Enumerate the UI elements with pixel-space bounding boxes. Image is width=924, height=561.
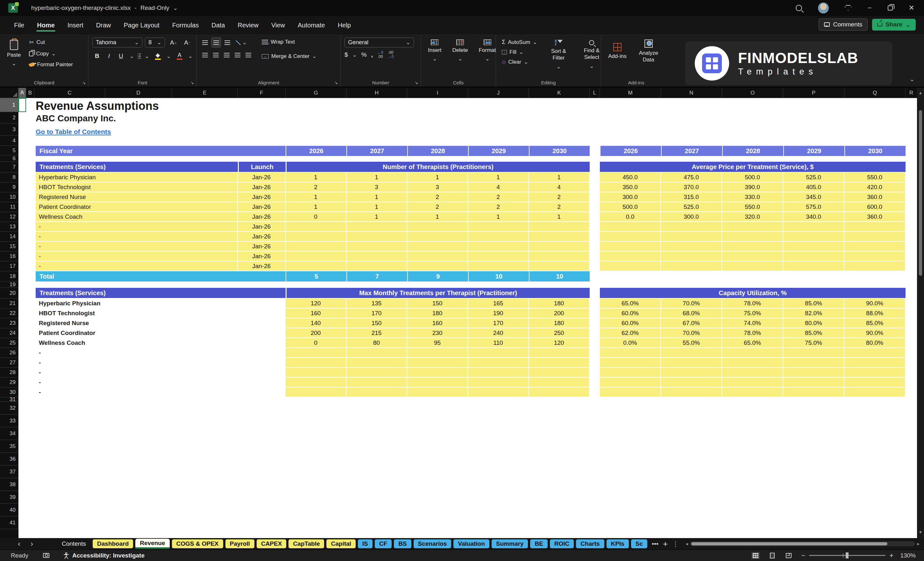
row-header[interactable]: 30 [0,387,18,398]
price-cell[interactable] [661,261,722,271]
therapists-cell[interactable] [529,232,590,242]
fiscal-year-label[interactable]: Fiscal Year [36,146,286,156]
sort-filter-button[interactable]: AZ Sort & Filter [545,38,572,72]
therapists-cell[interactable] [346,232,407,242]
max-treatments-cell[interactable] [529,387,590,398]
therapists-cell[interactable] [529,242,590,252]
restore-button[interactable] [888,5,893,10]
sheet-tab[interactable]: CAPEX [256,539,286,548]
insert-cells-button[interactable]: Insert [425,38,445,64]
max-treatments-cell[interactable] [346,358,407,368]
therapists-cell[interactable]: 1 [407,172,468,182]
capacity-cell[interactable] [661,348,722,358]
therapists-cell[interactable] [346,261,407,271]
therapists-cell[interactable]: 1 [286,202,346,212]
row-header[interactable]: 24 [0,328,18,338]
collapse-ribbon-chevron-icon[interactable]: ⌄ [910,76,915,83]
column-header[interactable]: B [26,88,34,98]
capacity-cell[interactable] [722,348,783,358]
capacity-cell[interactable] [844,348,906,358]
therapists-cell[interactable]: 2 [529,192,590,202]
therapists-cell[interactable]: 2 [529,202,590,212]
row-header[interactable]: 20 [0,288,18,298]
capacity-cell[interactable] [600,378,661,387]
max-treatments-cell[interactable] [529,378,590,387]
price-cell[interactable]: 390.0 [722,182,783,192]
year-cell[interactable]: 2027 [346,146,407,156]
max-treatments-cell[interactable]: 215 [346,328,407,338]
row-header[interactable]: 23 [0,318,18,328]
therapists-cell[interactable] [468,242,529,252]
max-treatments-cell[interactable]: 0 [286,338,346,348]
max-treatments-cell[interactable] [286,368,346,378]
launch-cell[interactable]: Jan-26 [238,222,286,232]
price-cell[interactable] [722,232,783,242]
therapists-cell[interactable]: 1 [529,172,590,182]
row-header[interactable]: 14 [0,232,18,242]
therapists-cell[interactable]: 1 [346,172,407,182]
row-header[interactable]: 40 [0,504,18,516]
capacity-cell[interactable]: 0.0% [600,338,661,348]
capacity-cell[interactable]: 85.0% [783,298,844,309]
column-header[interactable]: L [590,88,600,98]
therapists-cell[interactable]: 2 [407,192,468,202]
treatment-name-cell[interactable]: HBOT Technologist [36,309,286,318]
column-header[interactable]: I [407,88,468,98]
max-treatments-cell[interactable] [346,368,407,378]
cut-button[interactable]: Cut [27,38,75,47]
max-treatments-cell[interactable] [529,358,590,368]
number-dialog-launcher[interactable] [414,80,418,85]
more-sheets-icon[interactable]: ••• [652,540,658,548]
row-header[interactable]: 38 [0,478,18,491]
max-treatments-cell[interactable] [346,348,407,358]
year-cell[interactable]: 2028 [407,146,468,156]
sheet-tab[interactable]: Sc [631,539,647,548]
sheet-tab[interactable]: ROIC [550,539,574,548]
select-all-corner[interactable] [0,88,18,98]
price-cell[interactable] [844,261,906,271]
price-cell[interactable]: 500.0 [722,172,783,182]
column-header[interactable]: J [468,88,529,98]
max-treatments-cell[interactable]: 120 [529,338,590,348]
max-treatments-cell[interactable]: 200 [529,309,590,318]
macro-record-icon[interactable] [43,553,50,558]
row-header[interactable]: 4 [0,136,18,146]
column-header[interactable]: P [783,88,844,98]
therapists-cell[interactable] [407,261,468,271]
max-treatments-cell[interactable]: 170 [346,309,407,318]
capacity-cell[interactable]: 60.0% [600,309,661,318]
capacity-cell[interactable] [844,387,906,398]
therapists-cell[interactable] [407,232,468,242]
therapists-cell[interactable]: 1 [346,192,407,202]
therapists-cell[interactable]: 1 [346,212,407,222]
max-treatments-cell[interactable] [407,348,468,358]
capacity-cell[interactable] [844,358,906,368]
price-cell[interactable] [661,242,722,252]
max-treatments-cell[interactable]: 230 [407,328,468,338]
increase-decimal-button[interactable]: ←0.00 [377,51,383,59]
price-cell[interactable] [783,232,844,242]
therapists-cell[interactable] [407,242,468,252]
therapists-cell[interactable] [529,261,590,271]
scroll-left-icon[interactable]: ◂ [686,541,688,547]
copy-button[interactable]: Copy [27,49,75,58]
max-treatments-cell[interactable] [468,378,529,387]
vertical-scroll-thumb[interactable] [919,110,922,276]
font-size-select[interactable]: 8 [145,38,165,48]
launch-cell[interactable]: Jan-26 [238,242,286,252]
align-top-button[interactable] [201,38,210,48]
price-cell[interactable]: 525.0 [661,202,722,212]
price-cell[interactable]: 405.0 [783,182,844,192]
max-treatments-cell[interactable] [407,358,468,368]
max-treatments-cell[interactable]: 160 [286,309,346,318]
treatments-header[interactable]: Treatments (Services) [36,162,238,172]
therapists-cell[interactable]: 2 [407,202,468,212]
row-header[interactable]: 29 [0,378,18,387]
year-cell[interactable]: 2026 [600,146,661,156]
italic-button[interactable]: I [106,52,112,60]
launch-cell[interactable]: Jan-26 [238,182,286,192]
grid-canvas[interactable]: Revenue Assumptions ABC Company Inc. Go … [18,98,917,538]
row-header[interactable]: 33 [0,414,18,427]
row-header[interactable]: 32 [0,402,18,414]
price-cell[interactable]: 315.0 [661,192,722,202]
